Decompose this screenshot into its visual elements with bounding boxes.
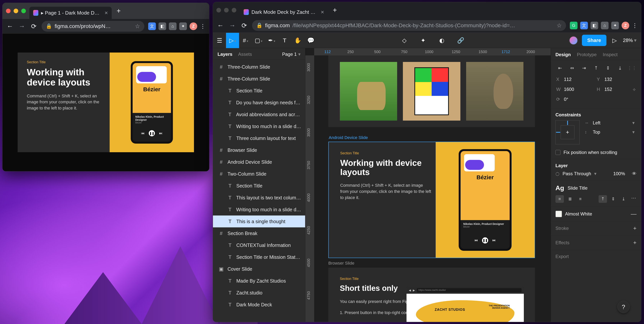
constraint-h-select[interactable]: ↔Left▾ [585, 120, 634, 126]
traffic-lights-inactive[interactable] [216, 8, 236, 12]
text-align-left-icon[interactable]: ≡ [556, 195, 564, 203]
browser-tab[interactable]: ▸ Page 1 - Dark Mode Deck by × [29, 7, 112, 19]
close-window-icon[interactable] [6, 9, 10, 13]
layer-row[interactable]: TZacht.studio [213, 287, 305, 299]
layer-row[interactable]: #Three-Column Slide [213, 61, 305, 73]
text-align-center-icon[interactable]: ≣ [566, 195, 574, 203]
android-device-frame[interactable]: Android Device Slide Section Title Worki… [328, 142, 535, 258]
align-top-icon[interactable]: ⤒ [592, 64, 601, 72]
canvas-wrapper[interactable]: 11225050075010001250150017122000 3000325… [305, 48, 551, 322]
text-more-icon[interactable]: ⋯ [631, 195, 636, 203]
rotation-field[interactable]: ⟳0° [556, 94, 596, 104]
translate-extension-icon[interactable]: 文 [148, 22, 156, 30]
h-field[interactable]: H152⟡ [596, 84, 637, 94]
close-tab-icon[interactable]: × [104, 10, 108, 16]
tab-prototype[interactable]: Prototype [577, 52, 597, 57]
new-tab-button[interactable]: + [332, 7, 338, 14]
extensions-puzzle-icon[interactable]: ✦ [179, 22, 187, 30]
profile-avatar[interactable]: Z [622, 22, 629, 29]
layer-row[interactable]: TDark Mode Deck [213, 299, 305, 310]
extension-icon[interactable]: ⌂ [169, 22, 176, 30]
chrome-menu-icon[interactable]: ⋮ [632, 22, 638, 29]
translate-extension-icon[interactable]: 文 [580, 22, 588, 29]
bookmark-star-icon[interactable]: ☆ [556, 22, 562, 29]
opacity-field[interactable]: 100% [613, 171, 625, 176]
x-field[interactable]: X112 [556, 74, 596, 84]
fill-swatch[interactable] [556, 211, 562, 217]
pen-tool[interactable]: ✒ [265, 33, 278, 48]
align-left-icon[interactable]: ⇤ [556, 64, 565, 72]
add-effect-icon[interactable]: + [633, 240, 636, 246]
tab-inspect[interactable]: Inspect [603, 52, 618, 57]
tab-layers[interactable]: Layers [218, 52, 232, 57]
add-stroke-icon[interactable]: + [633, 225, 636, 232]
zoom-select[interactable]: 28%▾ [623, 38, 636, 43]
layer-row[interactable]: #Browser Slide [213, 144, 305, 156]
bookmark-star-icon[interactable]: ☆ [135, 23, 140, 30]
chrome-menu-icon[interactable]: ⋮ [200, 23, 206, 30]
component-tool-icon[interactable]: ◇ [398, 33, 411, 48]
layer-row[interactable]: #Three-Column Slide [213, 73, 305, 85]
reload-button[interactable]: ⟳ [240, 22, 248, 30]
back-button[interactable]: ← [216, 22, 224, 30]
link-icon[interactable]: 🔗 [454, 33, 467, 48]
shape-tool[interactable]: ▢ [252, 33, 265, 48]
layer-row[interactable]: #Two-Column Slide [213, 168, 305, 180]
present-button[interactable]: ▷ [611, 33, 619, 48]
layer-row[interactable]: TMade By Zacht Studios [213, 275, 305, 287]
layer-row[interactable]: TCONTEXTual Information [213, 239, 305, 251]
collaborator-avatar[interactable] [569, 36, 578, 45]
layer-row[interactable]: TSection Title [213, 180, 305, 192]
minimize-window-icon[interactable] [14, 9, 18, 13]
remove-fill-icon[interactable]: — [631, 211, 636, 217]
extension-icon[interactable]: ⌂ [601, 22, 608, 29]
tab-assets[interactable]: Assets [238, 52, 252, 57]
frame-tool[interactable]: # [239, 33, 252, 48]
layer-row[interactable]: #Section Break [213, 228, 305, 239]
checkbox-icon[interactable] [556, 150, 560, 155]
tab-design[interactable]: Design [556, 52, 571, 57]
hand-tool[interactable]: ✋ [291, 33, 304, 48]
text-align-right-icon[interactable]: ≡ [576, 195, 584, 203]
layer-row[interactable]: TWriting too much in a slide de... [213, 120, 305, 132]
layer-row[interactable]: TWriting too much in a slide de... [213, 204, 305, 216]
align-right-icon[interactable]: ⇥ [580, 64, 588, 72]
constraints-widget[interactable]: + [556, 120, 580, 144]
help-button[interactable]: ? [617, 301, 630, 313]
url-field[interactable]: 🔒 figma.com/proto/wpN… ☆ [42, 21, 144, 32]
fill-style-name[interactable]: Almost White [565, 211, 592, 217]
comment-tool[interactable]: 💬 [304, 33, 317, 48]
maximize-window-icon[interactable] [21, 9, 26, 13]
url-field[interactable]: 🔒 figma.com/file/wpNPespplxt44cpHfMJBAC/… [252, 20, 566, 31]
layer-row[interactable]: #Android Device Slide [213, 156, 305, 168]
layer-row[interactable]: TAvoid abbreviations and acron... [213, 108, 305, 120]
forward-button[interactable]: → [18, 22, 26, 30]
reload-button[interactable]: ⟳ [30, 22, 38, 30]
maximize-window-icon[interactable] [232, 8, 236, 12]
figma-menu-icon[interactable]: ☰ [213, 33, 226, 48]
constraint-v-select[interactable]: ↕Top▾ [585, 130, 634, 135]
new-tab-button[interactable]: + [115, 8, 122, 14]
grammarly-extension-icon[interactable]: G [570, 22, 578, 29]
minimize-window-icon[interactable] [224, 8, 229, 12]
layer-row[interactable]: ▣Cover Slide [213, 263, 305, 275]
align-vcenter-icon[interactable]: ⇕ [603, 64, 612, 72]
layer-row[interactable]: TDo you have design needs for... [213, 96, 305, 108]
traffic-lights[interactable] [6, 9, 26, 13]
extensions-puzzle-icon[interactable]: ✦ [611, 22, 619, 29]
layer-row[interactable]: TThree column layout for text [213, 132, 305, 144]
extension-icon[interactable]: ◧ [590, 22, 598, 29]
text-align-middle-icon[interactable]: ⇕ [609, 195, 617, 203]
boolean-tool-icon[interactable]: ◐ [435, 33, 448, 48]
align-hcenter-icon[interactable]: ⇔ [568, 64, 577, 72]
move-tool[interactable]: ▷ [226, 33, 239, 48]
text-align-bottom-icon[interactable]: ⤓ [619, 195, 628, 203]
fix-position-checkbox[interactable]: Fix position when scrolling [556, 150, 636, 155]
close-tab-icon[interactable]: × [321, 9, 324, 15]
text-tool[interactable]: T [278, 33, 291, 48]
forward-button[interactable]: → [228, 22, 236, 30]
profile-avatar[interactable]: Z [190, 22, 197, 30]
text-align-top-icon[interactable]: ⤒ [598, 195, 607, 203]
browser-slide-frame[interactable]: Browser Slide Section Title Short titles… [328, 268, 535, 322]
extension-icon[interactable]: ◧ [158, 22, 166, 30]
